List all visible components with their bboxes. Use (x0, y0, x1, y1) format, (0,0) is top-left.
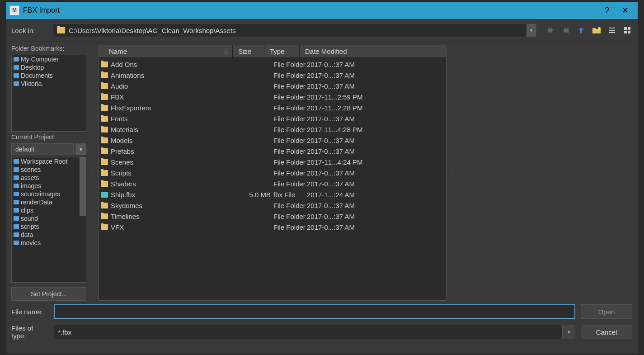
cancel-button[interactable]: Cancel (581, 325, 632, 339)
file-date: 2017-1...:24 AM (307, 191, 370, 199)
titlebar: M FBX Import ? ✕ (6, 2, 638, 19)
col-size[interactable]: Size (233, 45, 264, 57)
bookmark-item[interactable]: Desktop (12, 63, 86, 71)
workspace-list[interactable]: Workspace Rootscenesassetsimagessourceim… (11, 157, 86, 283)
file-row[interactable]: FontsFile Folder2017-0...:37 AM (99, 113, 446, 124)
filetype-dropdown-icon[interactable]: ▼ (563, 325, 575, 339)
bookmarks-list[interactable]: My ComputerDesktopDocumentsViktoria (11, 55, 86, 132)
folder-icon (101, 148, 108, 154)
svg-point-0 (598, 27, 601, 30)
project-select[interactable]: default (11, 143, 74, 155)
col-type[interactable]: Type (264, 45, 300, 57)
workspace-label: images (21, 182, 41, 189)
folder-icon (14, 192, 19, 196)
computer-icon (14, 57, 19, 62)
file-row[interactable]: ModelsFile Folder2017-0...:37 AM (99, 135, 446, 146)
file-date: 2017-0...:37 AM (307, 213, 370, 220)
file-type: File Folder (273, 93, 307, 101)
col-name[interactable]: Name△ (99, 45, 233, 57)
file-row[interactable]: FBXFile Folder2017-11...2:59 PM (99, 91, 446, 102)
help-button[interactable]: ? (598, 2, 616, 19)
path-input[interactable]: C:\Users\Viktoria\Desktop\AG_Clean_Works… (53, 24, 536, 37)
svg-rect-5 (628, 27, 630, 30)
file-row[interactable]: ScenesFile Folder2017-11...4:24 PM (99, 156, 446, 167)
folder-icon (14, 184, 19, 188)
folder-icon (101, 224, 108, 230)
bookmark-label: Viktoria (21, 80, 42, 87)
workspace-item[interactable]: sound (12, 214, 86, 222)
folder-bookmarks-label: Folder Bookmarks: (11, 45, 86, 52)
workspace-item[interactable]: data (12, 231, 86, 239)
file-list-area: Name△ Size Type Date Modified Add OnsFil… (99, 45, 447, 301)
file-row[interactable]: AnimationsFile Folder2017-0...:37 AM (99, 70, 446, 80)
file-row[interactable]: PrefabsFile Folder2017-0...:37 AM (99, 146, 446, 156)
file-type: File Folder (273, 71, 307, 79)
workspace-label: scenes (21, 166, 41, 173)
toolbar-icons (542, 25, 632, 35)
file-row[interactable]: AudioFile Folder2017-0...:37 AM (99, 80, 446, 91)
file-date: 2017-11...2:59 PM (307, 93, 370, 101)
file-name: Shaders (111, 180, 242, 188)
file-row[interactable]: TimelinesFile Folder2017-0...:37 AM (99, 211, 446, 222)
folder-icon (14, 208, 19, 213)
file-row[interactable]: ScriptsFile Folder2017-0...:37 AM (99, 167, 446, 178)
bookmark-forward-icon[interactable] (561, 25, 571, 35)
lookin-label: Look in: (11, 27, 47, 34)
folder-icon (101, 94, 108, 100)
resize-handle-right[interactable]: ⋮⋮ (452, 45, 453, 301)
file-type: File Folder (273, 223, 307, 231)
set-project-button[interactable]: Set Project... (11, 287, 86, 301)
file-row[interactable]: VFXFile Folder2017-0...:37 AM (99, 222, 446, 232)
up-folder-icon[interactable] (576, 25, 586, 35)
bookmark-back-icon[interactable] (545, 25, 555, 35)
workspace-item[interactable]: Workspace Root (12, 157, 86, 166)
close-button[interactable]: ✕ (616, 2, 634, 19)
folder-icon (101, 62, 108, 67)
file-row[interactable]: MaterialsFile Folder2017-11...4:28 PM (99, 124, 446, 135)
file-type: File Folder (273, 104, 307, 112)
folder-icon (14, 65, 19, 70)
workspace-item[interactable]: movies (12, 239, 86, 247)
workspace-item[interactable]: images (12, 182, 86, 190)
bookmark-item[interactable]: Viktoria (12, 80, 86, 88)
file-name: Scenes (111, 158, 242, 166)
file-row[interactable]: Ship.fbx5.0 MBfbx File2017-1...:24 AM (99, 189, 446, 200)
file-type: File Folder (273, 61, 307, 68)
filename-label: File name: (11, 308, 48, 316)
workspace-item[interactable]: scenes (12, 166, 86, 174)
file-row[interactable]: SkydomesFile Folder2017-0...:37 AM (99, 200, 446, 211)
file-type: File Folder (273, 147, 307, 155)
bottom-panel: File name: Open Files of type: *.fbx ▼ C… (6, 301, 638, 349)
file-row[interactable]: Add OnsFile Folder2017-0...:37 AM (99, 59, 446, 70)
open-button[interactable]: Open (581, 304, 632, 319)
path-dropdown-icon[interactable]: ▼ (526, 24, 536, 37)
project-dropdown-icon[interactable]: ▼ (75, 143, 86, 155)
bookmark-item[interactable]: Documents (12, 71, 86, 80)
col-date[interactable]: Date Modified (300, 45, 360, 57)
workspace-item[interactable]: sourceimages (12, 190, 86, 198)
file-name: Prefabs (111, 147, 242, 155)
scrollbar-thumb[interactable] (80, 157, 86, 216)
resize-handle-left[interactable]: ⋮⋮ (92, 45, 93, 301)
workspace-item[interactable]: scripts (12, 222, 86, 231)
workspace-item[interactable]: clips (12, 206, 86, 214)
bookmark-item[interactable]: My Computer (12, 55, 86, 63)
file-list[interactable]: Add OnsFile Folder2017-0...:37 AMAnimati… (99, 58, 446, 300)
file-row[interactable]: ShadersFile Folder2017-0...:37 AM (99, 178, 446, 189)
workspace-scrollbar[interactable] (80, 157, 86, 282)
workspace-item[interactable]: renderData (12, 198, 86, 206)
filetype-select[interactable]: *.fbx (54, 325, 563, 339)
file-type: File Folder (273, 158, 307, 166)
fbx-icon (101, 192, 108, 198)
file-date: 2017-0...:37 AM (307, 169, 370, 177)
filename-input[interactable] (54, 304, 575, 319)
thumbnail-view-icon[interactable] (622, 25, 632, 35)
workspace-item[interactable]: assets (12, 174, 86, 182)
file-name: Ship.fbx (111, 191, 242, 199)
new-folder-icon[interactable] (592, 25, 602, 35)
list-view-icon[interactable] (607, 25, 617, 35)
file-row[interactable]: FbxExportersFile Folder2017-11...2:28 PM (99, 102, 446, 113)
file-name: Timelines (111, 213, 242, 220)
workspace-label: assets (21, 174, 39, 181)
workspace-label: Workspace Root (21, 158, 67, 165)
